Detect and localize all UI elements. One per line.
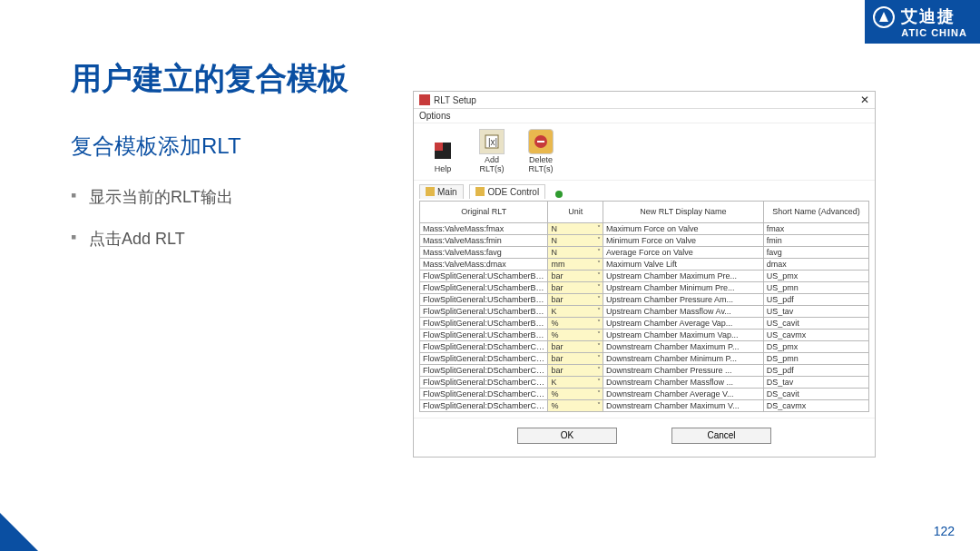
slide: 艾迪捷 ATIC CHINA 用户建立的复合模板 复合模板添加RLT 显示当前的… [0,0,980,551]
help-icon [430,138,456,163]
cell-unit-dropdown[interactable]: % [548,317,603,329]
cell-unit-dropdown[interactable]: N [548,246,603,258]
cell-unit-dropdown[interactable]: % [548,388,603,399]
add-rlt-icon: |x| [479,129,505,154]
dialog-title: RLT Setup [434,95,860,105]
add-rlt-label: Add RLT(s) [480,156,505,174]
table-row[interactable]: Mass:ValveMass:fmaxNMaximum Force on Val… [420,222,869,234]
cell-unit-dropdown[interactable]: N [548,234,603,246]
cell-unit-dropdown[interactable]: % [548,399,603,411]
tab-ode-label: ODE Control [487,187,539,197]
cell-short-name: US_tav [763,305,868,317]
cell-original-rlt: Mass:ValveMass:fmax [420,222,548,234]
ok-button[interactable]: OK [517,428,617,444]
cell-short-name: DS_cavit [763,388,868,399]
cell-original-rlt: Mass:ValveMass:favg [420,246,548,258]
table-row[interactable]: FlowSplitGeneral:USchamberBV...barUpstre… [420,281,869,293]
folder-icon [475,187,485,196]
table-row[interactable]: FlowSplitGeneral:USchamberBV...KUpstream… [420,305,869,317]
table-row[interactable]: FlowSplitGeneral:USchamberBV...%Upstream… [420,317,869,329]
cell-unit-dropdown[interactable]: bar [548,281,603,293]
cell-unit-dropdown[interactable]: bar [548,340,603,352]
cell-original-rlt: FlowSplitGeneral:DSchamberCV... [420,340,548,352]
table-row[interactable]: Mass:ValveMass:favgNAverage Force on Val… [420,246,869,258]
table-row[interactable]: FlowSplitGeneral:USchamberBV...%Upstream… [420,329,869,340]
col-unit: Unit [548,201,603,222]
svg-rect-6 [537,141,544,143]
cell-display-name: Upstream Chamber Maximum Pre... [603,270,764,281]
cell-display-name: Upstream Chamber Minimum Pre... [603,281,764,293]
svg-rect-2 [435,143,443,151]
delete-rlt-button[interactable]: Delete RLT(s) [521,129,561,174]
cell-original-rlt: Mass:ValveMass:fmin [420,234,548,246]
delete-rlt-label: Delete RLT(s) [529,156,554,174]
table-row[interactable]: FlowSplitGeneral:DSchamberCV...barDownst… [420,364,869,376]
page-title: 用户建立的复合模板 [71,58,348,100]
cell-original-rlt: FlowSplitGeneral:DSchamberCV... [420,388,548,399]
help-button[interactable]: Help [423,138,463,174]
table-row[interactable]: FlowSplitGeneral:DSchamberCV...%Downstre… [420,388,869,399]
toolbar: Help |x| Add RLT(s) Delete RLT(s) [414,123,875,181]
menu-options[interactable]: Options [414,109,875,123]
bullet-item: 点击Add RLT [71,228,397,250]
tab-main[interactable]: Main [419,184,464,199]
cell-original-rlt: FlowSplitGeneral:DSchamberCV... [420,364,548,376]
cell-display-name: Downstream Chamber Massflow ... [603,376,764,388]
cell-short-name: US_pmn [763,281,868,293]
cell-short-name: favg [763,246,868,258]
delete-rlt-icon [528,129,554,154]
bullet-item: 显示当前的RLT输出 [71,186,397,208]
close-icon[interactable]: ✕ [860,93,869,106]
cell-original-rlt: FlowSplitGeneral:USchamberBV... [420,317,548,329]
left-column: 复合模板添加RLT 显示当前的RLT输出 点击Add RLT [71,132,397,270]
cell-original-rlt: FlowSplitGeneral:USchamberBV... [420,293,548,305]
cell-unit-dropdown[interactable]: bar [548,270,603,281]
brand-bar: 艾迪捷 ATIC CHINA [0,0,980,38]
dialog-button-row: OK Cancel [414,418,875,457]
cell-unit-dropdown[interactable]: % [548,329,603,340]
corner-decoration [0,513,38,551]
tab-ode-control[interactable]: ODE Control [469,184,545,199]
page-number: 122 [934,524,955,538]
cell-unit-dropdown[interactable]: bar [548,364,603,376]
cell-original-rlt: FlowSplitGeneral:USchamberBV... [420,270,548,281]
add-rlt-button[interactable]: |x| Add RLT(s) [472,129,512,174]
cell-unit-dropdown[interactable]: N [548,222,603,234]
cell-unit-dropdown[interactable]: bar [548,293,603,305]
cell-display-name: Downstream Chamber Minimum P... [603,352,764,364]
cell-unit-dropdown[interactable]: K [548,376,603,388]
table-row[interactable]: Mass:ValveMass:fminNMinimum Force on Val… [420,234,869,246]
cell-original-rlt: FlowSplitGeneral:DSchamberCV... [420,399,548,411]
cell-unit-dropdown[interactable]: K [548,305,603,317]
table-row[interactable]: FlowSplitGeneral:USchamberBV...barUpstre… [420,270,869,281]
cancel-button[interactable]: Cancel [671,428,771,444]
tab-main-label: Main [437,187,457,197]
table-row[interactable]: FlowSplitGeneral:DSchamberCV...barDownst… [420,340,869,352]
cell-short-name: US_pmx [763,270,868,281]
cell-short-name: US_cavmx [763,329,868,340]
cell-display-name: Upstream Chamber Average Vap... [603,317,764,329]
table-row[interactable]: FlowSplitGeneral:DSchamberCV...KDownstre… [420,376,869,388]
brand-logo: 艾迪捷 ATIC CHINA [865,0,980,44]
cell-original-rlt: FlowSplitGeneral:DSchamberCV... [420,352,548,364]
cell-display-name: Downstream Chamber Maximum P... [603,340,764,352]
bullet-list: 显示当前的RLT输出 点击Add RLT [71,186,397,250]
cell-display-name: Downstream Chamber Average V... [603,388,764,399]
cell-short-name: dmax [763,258,868,270]
help-label: Help [435,165,452,174]
cell-short-name: DS_tav [763,376,868,388]
cell-original-rlt: Mass:ValveMass:dmax [420,258,548,270]
col-short-name: Short Name (Advanced) [763,201,868,222]
table-row[interactable]: FlowSplitGeneral:USchamberBV...barUpstre… [420,293,869,305]
table-header-row: Original RLT Unit New RLT Display Name S… [420,201,869,222]
cell-unit-dropdown[interactable]: mm [548,258,603,270]
status-dot-icon [555,191,563,198]
cell-display-name: Average Force on Valve [603,246,764,258]
grid-wrapper: Original RLT Unit New RLT Display Name S… [414,199,875,418]
table-row[interactable]: FlowSplitGeneral:DSchamberCV...%Downstre… [420,399,869,411]
rlt-table: Original RLT Unit New RLT Display Name S… [419,201,869,412]
cell-short-name: US_cavit [763,317,868,329]
cell-unit-dropdown[interactable]: bar [548,352,603,364]
table-row[interactable]: Mass:ValveMass:dmaxmmMaximum Valve Liftd… [420,258,869,270]
table-row[interactable]: FlowSplitGeneral:DSchamberCV...barDownst… [420,352,869,364]
